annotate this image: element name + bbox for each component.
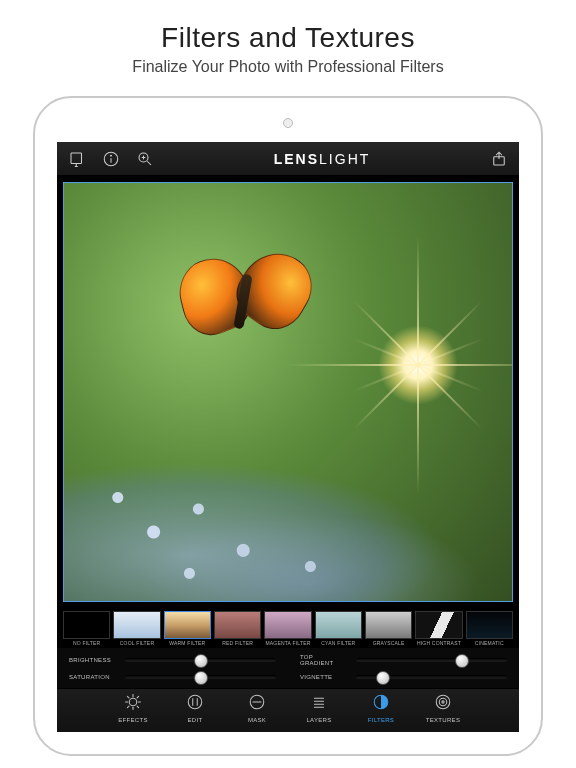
- vignette-track[interactable]: [356, 675, 507, 679]
- tab-label: EFFECTS: [118, 717, 147, 723]
- canvas-area: [57, 176, 519, 608]
- slider-knob-icon[interactable]: [194, 671, 208, 685]
- svg-line-14: [127, 696, 129, 698]
- svg-line-16: [127, 706, 129, 708]
- promo-subtitle: Finalize Your Photo with Professional Fi…: [0, 58, 576, 76]
- filter-thumb-magenta-filter[interactable]: MAGENTA FILTER: [264, 611, 311, 646]
- share-button[interactable]: [489, 149, 509, 169]
- svg-point-3: [111, 155, 112, 156]
- svg-point-28: [436, 695, 450, 709]
- photo-butterfly: [172, 250, 322, 350]
- device-frame: LENSLIGHT NO FILTE: [33, 96, 543, 756]
- textures-icon: [434, 693, 452, 715]
- filter-thumb-high-contrast[interactable]: HIGH CONTRAST: [415, 611, 462, 646]
- filter-swatch: [214, 611, 261, 639]
- top-gradient-label: TOP GRADIENT: [300, 654, 348, 666]
- filter-thumb-red-filter[interactable]: RED FILTER: [214, 611, 261, 646]
- effects-icon: [124, 693, 142, 715]
- brightness-slider[interactable]: BRIGHTNESS: [69, 654, 276, 666]
- brightness-label: BRIGHTNESS: [69, 657, 117, 663]
- zoom-in-icon: [136, 150, 154, 168]
- filter-thumb-no-filter[interactable]: NO FILTER: [63, 611, 110, 646]
- svg-line-15: [137, 706, 139, 708]
- info-icon: [102, 150, 120, 168]
- filter-label: CINEMATIC: [466, 640, 513, 646]
- svg-point-30: [442, 701, 444, 703]
- promo-title: Filters and Textures: [0, 22, 576, 54]
- tab-label: LAYERS: [306, 717, 331, 723]
- filter-swatch: [466, 611, 513, 639]
- import-icon: [68, 150, 86, 168]
- filter-swatch: [315, 611, 362, 639]
- slider-knob-icon[interactable]: [376, 671, 390, 685]
- filter-label: MAGENTA FILTER: [264, 640, 311, 646]
- tab-label: MASK: [248, 717, 266, 723]
- filter-thumb-cool-filter[interactable]: COOL FILTER: [113, 611, 160, 646]
- tab-textures[interactable]: TEXTURES: [419, 693, 467, 732]
- tab-edit[interactable]: EDIT: [171, 693, 219, 732]
- tab-effects[interactable]: EFFECTS: [109, 693, 157, 732]
- filter-swatch: [264, 611, 311, 639]
- zoom-in-button[interactable]: [135, 149, 155, 169]
- svg-point-18: [188, 695, 202, 709]
- tab-layers[interactable]: LAYERS: [295, 693, 343, 732]
- mask-icon: [248, 693, 266, 715]
- vignette-label: VIGNETTE: [300, 674, 348, 680]
- photo-preview[interactable]: [63, 182, 513, 602]
- svg-point-9: [129, 698, 137, 706]
- app-title: LENSLIGHT: [274, 151, 371, 167]
- photo-flowers: [64, 371, 512, 601]
- share-icon: [490, 150, 508, 168]
- layers-icon: [310, 693, 328, 715]
- app-screen: LENSLIGHT NO FILTE: [57, 142, 519, 732]
- tab-label: EDIT: [188, 717, 203, 723]
- top-gradient-slider[interactable]: TOP GRADIENT: [300, 654, 507, 666]
- saturation-label: SATURATION: [69, 674, 117, 680]
- edit-icon: [186, 693, 204, 715]
- info-button[interactable]: [101, 149, 121, 169]
- filter-label: HIGH CONTRAST: [415, 640, 462, 646]
- top-gradient-track[interactable]: [356, 658, 507, 662]
- filter-strip: NO FILTERCOOL FILTERWARM FILTERRED FILTE…: [57, 608, 519, 648]
- svg-line-17: [137, 696, 139, 698]
- filter-thumb-cinematic[interactable]: CINEMATIC: [466, 611, 513, 646]
- tab-label: TEXTURES: [426, 717, 460, 723]
- filter-label: GRAYSCALE: [365, 640, 412, 646]
- top-toolbar: LENSLIGHT: [57, 142, 519, 176]
- filter-swatch: [365, 611, 412, 639]
- filter-swatch: [113, 611, 160, 639]
- tab-label: FILTERS: [368, 717, 394, 723]
- filter-swatch: [415, 611, 462, 639]
- filter-label: WARM FILTER: [164, 640, 211, 646]
- tab-mask[interactable]: MASK: [233, 693, 281, 732]
- filter-label: CYAN FILTER: [315, 640, 362, 646]
- filter-label: NO FILTER: [63, 640, 110, 646]
- filter-thumb-cyan-filter[interactable]: CYAN FILTER: [315, 611, 362, 646]
- device-camera-icon: [283, 118, 293, 128]
- filter-thumb-warm-filter[interactable]: WARM FILTER: [164, 611, 211, 646]
- saturation-slider[interactable]: SATURATION: [69, 674, 276, 680]
- slider-knob-icon[interactable]: [455, 654, 469, 668]
- svg-point-29: [439, 698, 447, 706]
- tab-filters[interactable]: FILTERS: [357, 693, 405, 732]
- saturation-track[interactable]: [125, 675, 276, 679]
- filter-swatch: [63, 611, 110, 639]
- lens-flare-icon: [378, 325, 458, 405]
- svg-rect-0: [71, 153, 82, 164]
- slider-knob-icon[interactable]: [194, 654, 208, 668]
- vignette-slider[interactable]: VIGNETTE: [300, 674, 507, 680]
- filter-swatch: [164, 611, 211, 639]
- filters-icon: [372, 693, 390, 715]
- filter-label: COOL FILTER: [113, 640, 160, 646]
- bottom-tabbar: EFFECTSEDITMASKLAYERSFILTERSTEXTURES: [57, 688, 519, 732]
- svg-line-5: [147, 161, 151, 165]
- filter-thumb-grayscale[interactable]: GRAYSCALE: [365, 611, 412, 646]
- import-button[interactable]: [67, 149, 87, 169]
- filter-label: RED FILTER: [214, 640, 261, 646]
- brightness-track[interactable]: [125, 658, 276, 662]
- slider-panel: BRIGHTNESS TOP GRADIENT SATURATION VIGNE…: [57, 648, 519, 688]
